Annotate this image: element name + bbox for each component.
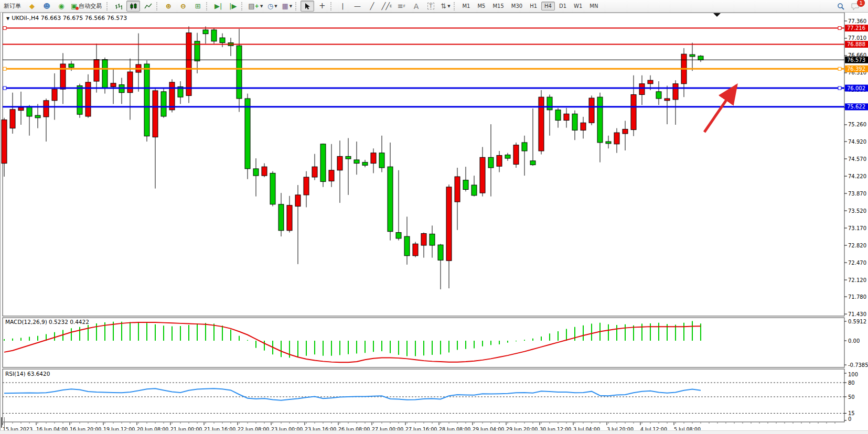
timeframe-button-m15[interactable]: M15 — [489, 2, 507, 10]
candle-body[interactable] — [438, 245, 443, 260]
rsi-panel[interactable] — [3, 369, 844, 422]
arrows-icon[interactable]: ⇅▼ — [438, 1, 452, 12]
candle-body[interactable] — [144, 64, 149, 136]
search-icon[interactable] — [834, 1, 848, 12]
candle-body[interactable] — [153, 91, 158, 137]
candle-body[interactable] — [623, 129, 628, 133]
candle-body[interactable] — [102, 60, 108, 89]
timeframe-button-m30[interactable]: M30 — [508, 2, 526, 10]
candle-body[interactable] — [698, 56, 703, 60]
line-chart-icon[interactable] — [141, 1, 155, 12]
candle-body[interactable] — [430, 234, 435, 245]
timeframe-button-m1[interactable]: M1 — [459, 2, 473, 10]
candle-body[interactable] — [648, 80, 653, 84]
candle-body[interactable] — [639, 84, 645, 95]
label-icon[interactable]: T — [424, 1, 437, 12]
candle-body[interactable] — [421, 233, 426, 245]
candle-body[interactable] — [455, 177, 460, 202]
new-order-button[interactable]: 新订单 — [1, 1, 24, 12]
line-handle[interactable] — [838, 27, 841, 30]
candle-body[interactable] — [35, 115, 40, 118]
candles-chart-icon[interactable] — [126, 1, 140, 12]
line-handle[interactable] — [3, 86, 6, 90]
candle-body[interactable] — [614, 133, 619, 144]
vline-icon[interactable]: | — [336, 1, 349, 12]
hline-icon[interactable]: — — [350, 1, 364, 12]
candle-body[interactable] — [471, 185, 477, 196]
candle-body[interactable] — [404, 236, 410, 256]
line-handle[interactable] — [3, 67, 6, 70]
timeframe-button-m5[interactable]: M5 — [474, 2, 488, 10]
crosshair-icon[interactable]: + — [315, 1, 329, 12]
candle-body[interactable] — [111, 83, 116, 87]
candle-body[interactable] — [2, 120, 7, 164]
chevron-down-icon[interactable]: ▼ — [6, 16, 9, 21]
candle-body[interactable] — [413, 244, 418, 256]
candle-body[interactable] — [60, 64, 66, 89]
candle-body[interactable] — [522, 143, 527, 151]
signals-icon[interactable]: ◉ — [55, 1, 68, 12]
candle-body[interactable] — [362, 162, 368, 166]
candle-body[interactable] — [513, 145, 519, 165]
gold-doc-icon[interactable]: ◆ — [25, 1, 39, 12]
candle-body[interactable] — [379, 153, 384, 168]
candle-body[interactable] — [488, 157, 494, 168]
candle-body[interactable] — [354, 160, 359, 164]
candle-body[interactable] — [346, 156, 351, 159]
candle-body[interactable] — [329, 170, 334, 181]
profile-icon[interactable]: ☻ — [40, 1, 53, 12]
splitter-handle[interactable] — [1, 417, 5, 428]
candle-body[interactable] — [278, 204, 284, 231]
candle-body[interactable] — [245, 99, 250, 169]
timeframe-button-w1[interactable]: W1 — [571, 2, 585, 10]
candle-body[interactable] — [69, 64, 74, 68]
candle-body[interactable] — [287, 205, 292, 231]
channel-icon[interactable]: ╱╱E — [380, 1, 393, 12]
autotrade-button[interactable]: ▣ 自动交易 — [69, 1, 105, 12]
candle-body[interactable] — [220, 38, 225, 42]
chart-canvas[interactable]: 77.36077.01076.66076.31075.96075.61075.2… — [0, 0, 868, 434]
bars-chart-icon[interactable] — [112, 1, 125, 12]
candle-body[interactable] — [564, 114, 569, 120]
fibonacci-icon[interactable]: ≡F — [394, 1, 408, 12]
candle-body[interactable] — [304, 177, 309, 195]
candle-body[interactable] — [77, 86, 82, 115]
text-icon[interactable]: A — [409, 1, 423, 12]
indicators-button[interactable]: ▤+▼ — [247, 1, 264, 12]
main-panel[interactable] — [3, 13, 844, 316]
candle-body[interactable] — [631, 94, 636, 129]
candle-body[interactable] — [673, 84, 678, 100]
candle-body[interactable] — [606, 142, 611, 144]
candle-body[interactable] — [337, 156, 342, 170]
candle-body[interactable] — [18, 107, 24, 111]
candle-body[interactable] — [396, 233, 401, 238]
candle-body[interactable] — [320, 144, 326, 182]
candle-body[interactable] — [539, 97, 544, 151]
candle-body[interactable] — [388, 167, 393, 232]
chat-icon[interactable]: 1 — [849, 1, 862, 12]
candle-body[interactable] — [211, 30, 217, 41]
tile-windows-icon[interactable]: ⊞ — [191, 1, 205, 12]
candle-body[interactable] — [547, 97, 552, 110]
candle-body[interactable] — [186, 33, 191, 96]
candle-body[interactable] — [589, 98, 594, 123]
line-handle[interactable] — [838, 67, 841, 70]
candle-body[interactable] — [127, 72, 133, 93]
candle-body[interactable] — [295, 195, 301, 207]
candle-body[interactable] — [480, 157, 485, 193]
candle-body[interactable] — [44, 101, 49, 117]
candle-body[interactable] — [581, 123, 586, 130]
chart-shift-icon[interactable]: |▶ — [226, 1, 240, 12]
timeframe-button-h1[interactable]: H1 — [527, 2, 540, 10]
auto-scroll-icon[interactable]: ▶| — [211, 1, 225, 12]
candle-body[interactable] — [237, 46, 242, 99]
candle-body[interactable] — [572, 114, 577, 130]
candle-body[interactable] — [262, 167, 267, 176]
candle-body[interactable] — [169, 82, 175, 110]
candle-body[interactable] — [27, 106, 32, 116]
candle-body[interactable] — [555, 110, 561, 121]
candle-body[interactable] — [253, 169, 259, 176]
candle-body[interactable] — [161, 92, 166, 116]
zoom-in-icon[interactable]: ⊕ — [162, 1, 175, 12]
candle-body[interactable] — [690, 55, 695, 57]
